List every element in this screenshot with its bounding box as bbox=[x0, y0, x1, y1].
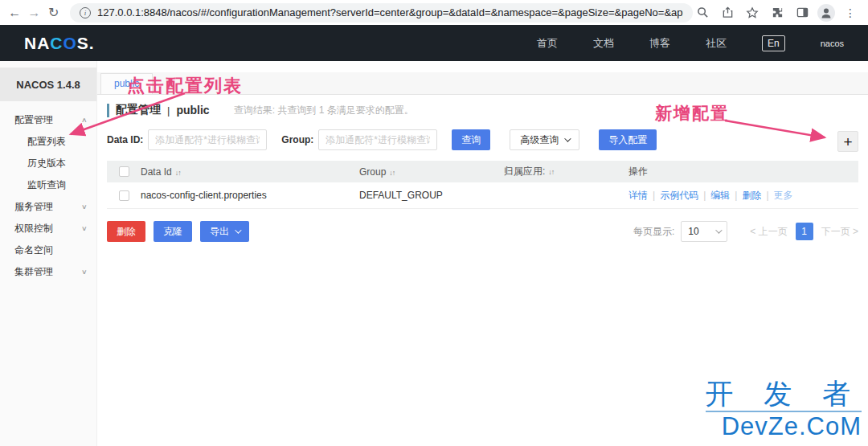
share-icon[interactable] bbox=[718, 3, 737, 23]
advanced-query-label: 高级查询 bbox=[520, 133, 559, 147]
column-header-actions: 操作 bbox=[628, 166, 648, 177]
add-config-button[interactable]: + bbox=[837, 131, 858, 152]
url-text: 127.0.0.1:8848/nacos/#/configurationMana… bbox=[97, 6, 683, 18]
title-accent-bar bbox=[107, 104, 109, 117]
chevron-down-icon: ∨ bbox=[81, 225, 88, 232]
nacos-header: NACOS. 首页 文档 博客 社区 En nacos bbox=[0, 25, 868, 61]
group-input[interactable] bbox=[318, 129, 437, 150]
nacos-logo[interactable]: NACOS. bbox=[24, 34, 95, 53]
sidebar-item-label: 命名空间 bbox=[14, 243, 53, 257]
sidebar-version: NACOS 1.4.8 bbox=[0, 68, 96, 101]
search-bar: Data ID: Group: 查询 高级查询 导入配置 + bbox=[107, 129, 858, 150]
logo-text: C bbox=[50, 34, 63, 52]
page-title: 配置管理 bbox=[116, 103, 161, 117]
advanced-query-button[interactable]: 高级查询 bbox=[510, 129, 579, 150]
cell-actions: 详情|示例代码|编辑|删除|更多 bbox=[628, 189, 858, 203]
page-size-value: 10 bbox=[688, 226, 698, 237]
title-separator: | bbox=[167, 104, 170, 117]
sort-icon[interactable]: ↓↑ bbox=[548, 168, 554, 176]
side-panel-icon[interactable] bbox=[792, 3, 812, 23]
sidebar-item-history-versions[interactable]: 历史版本 bbox=[0, 153, 96, 174]
watermark-line1: 开 发 者 bbox=[706, 378, 862, 413]
watermark-line2: DevZe.CoM bbox=[706, 412, 862, 441]
sort-icon[interactable]: ↓↑ bbox=[389, 169, 395, 177]
action-separator: | bbox=[653, 190, 655, 201]
logo-text: S. bbox=[77, 34, 95, 52]
next-label: 下一页 bbox=[821, 226, 850, 237]
cell-group: DEFAULT_GROUP bbox=[359, 190, 504, 201]
clone-button[interactable]: 克隆 bbox=[154, 221, 192, 242]
browser-menu-icon[interactable]: ⋮ bbox=[841, 3, 860, 23]
action-more-link[interactable]: 更多 bbox=[774, 190, 793, 201]
column-header-group[interactable]: Group bbox=[359, 166, 386, 178]
export-label: 导出 bbox=[210, 225, 229, 239]
sidebar-item-permission-control[interactable]: 权限控制 ∨ bbox=[0, 218, 96, 239]
sort-icon[interactable]: ↓↑ bbox=[175, 169, 181, 177]
table-header-row: Data Id↓↑ Group↓↑ 归属应用:↓↑ 操作 bbox=[107, 161, 858, 182]
row-checkbox[interactable] bbox=[119, 190, 129, 201]
next-page-button[interactable]: 下一页 > bbox=[821, 225, 858, 239]
extensions-puzzle-icon[interactable] bbox=[768, 3, 787, 23]
action-edit-link[interactable]: 编辑 bbox=[710, 190, 730, 201]
sidebar-item-label: 配置管理 bbox=[14, 113, 53, 127]
table-footer: 删除 克隆 导出 每页显示: 10 < 上一页 1 下一页 > bbox=[107, 221, 858, 242]
browser-forward-icon[interactable]: → bbox=[27, 3, 40, 23]
next-arrow: > bbox=[853, 226, 858, 237]
tab-namespace-public[interactable]: public bbox=[100, 73, 153, 94]
sidebar-item-label: 配置列表 bbox=[27, 135, 66, 149]
page-number-1[interactable]: 1 bbox=[796, 223, 813, 240]
sidebar-item-label: 历史版本 bbox=[27, 157, 66, 170]
browser-reload-icon[interactable]: ↻ bbox=[47, 3, 60, 23]
action-separator: | bbox=[766, 190, 768, 201]
column-header-data-id[interactable]: Data Id bbox=[141, 166, 172, 178]
page-size-label: 每页显示: bbox=[633, 225, 674, 239]
browser-toolbar: ← → ↻ i 127.0.0.1:8848/nacos/#/configura… bbox=[0, 0, 868, 25]
site-info-icon[interactable]: i bbox=[80, 7, 91, 18]
action-separator: | bbox=[703, 190, 706, 201]
chevron-down-icon bbox=[565, 135, 571, 141]
prev-label: 上一页 bbox=[759, 226, 788, 237]
page-size-select[interactable]: 10 bbox=[681, 221, 727, 242]
nav-blog[interactable]: 博客 bbox=[649, 36, 670, 51]
batch-delete-button[interactable]: 删除 bbox=[107, 221, 145, 242]
query-result-text: 查询结果: 共查询到 1 条满足要求的配置。 bbox=[234, 104, 414, 117]
sidebar-item-label: 集群管理 bbox=[14, 265, 53, 279]
query-button[interactable]: 查询 bbox=[452, 129, 490, 150]
action-delete-link[interactable]: 删除 bbox=[742, 190, 761, 201]
action-details-link[interactable]: 详情 bbox=[628, 190, 648, 201]
search-icon[interactable] bbox=[693, 3, 712, 23]
sidebar-item-cluster-management[interactable]: 集群管理 ∨ bbox=[0, 261, 96, 283]
page-title-row: 配置管理 | public 查询结果: 共查询到 1 条满足要求的配置。 bbox=[107, 103, 858, 117]
chevron-down-icon bbox=[235, 227, 241, 233]
nav-home[interactable]: 首页 bbox=[537, 36, 558, 51]
prev-page-button[interactable]: < 上一页 bbox=[750, 225, 787, 239]
chevron-up-icon: ∧ bbox=[81, 117, 88, 124]
browser-back-icon[interactable]: ← bbox=[8, 3, 21, 23]
logged-in-user[interactable]: nacos bbox=[821, 39, 844, 48]
chevron-down-icon: ∨ bbox=[81, 203, 88, 211]
current-namespace: public bbox=[176, 104, 209, 117]
sidebar-item-service-management[interactable]: 服务管理 ∨ bbox=[0, 196, 96, 218]
action-sample-code-link[interactable]: 示例代码 bbox=[660, 190, 698, 201]
sidebar-item-label: 监听查询 bbox=[27, 178, 66, 192]
import-config-button[interactable]: 导入配置 bbox=[599, 129, 657, 150]
data-id-input[interactable] bbox=[148, 129, 267, 150]
sidebar-item-namespace[interactable]: 命名空间 bbox=[0, 239, 96, 261]
sidebar-item-config-list[interactable]: 配置列表 bbox=[0, 131, 96, 153]
nav-docs[interactable]: 文档 bbox=[593, 36, 614, 51]
column-header-app[interactable]: 归属应用: bbox=[504, 166, 545, 177]
namespace-tab-strip: public bbox=[97, 72, 868, 95]
profile-avatar[interactable] bbox=[817, 4, 835, 22]
sidebar-item-label: 权限控制 bbox=[14, 222, 53, 235]
bookmark-star-icon[interactable] bbox=[743, 3, 762, 23]
chevron-down-icon bbox=[715, 227, 722, 233]
address-bar[interactable]: i 127.0.0.1:8848/nacos/#/configurationMa… bbox=[70, 3, 693, 23]
nav-community[interactable]: 社区 bbox=[706, 36, 727, 51]
sidebar: NACOS 1.4.8 配置管理 ∧ 配置列表 历史版本 监听查询 服务管理 ∨ bbox=[0, 61, 97, 446]
language-toggle[interactable]: En bbox=[762, 35, 785, 51]
export-button[interactable]: 导出 bbox=[200, 221, 249, 242]
select-all-checkbox[interactable] bbox=[119, 166, 129, 177]
prev-arrow: < bbox=[750, 226, 755, 237]
sidebar-item-listening-query[interactable]: 监听查询 bbox=[0, 174, 96, 196]
sidebar-item-config-management[interactable]: 配置管理 ∧ bbox=[0, 109, 96, 131]
